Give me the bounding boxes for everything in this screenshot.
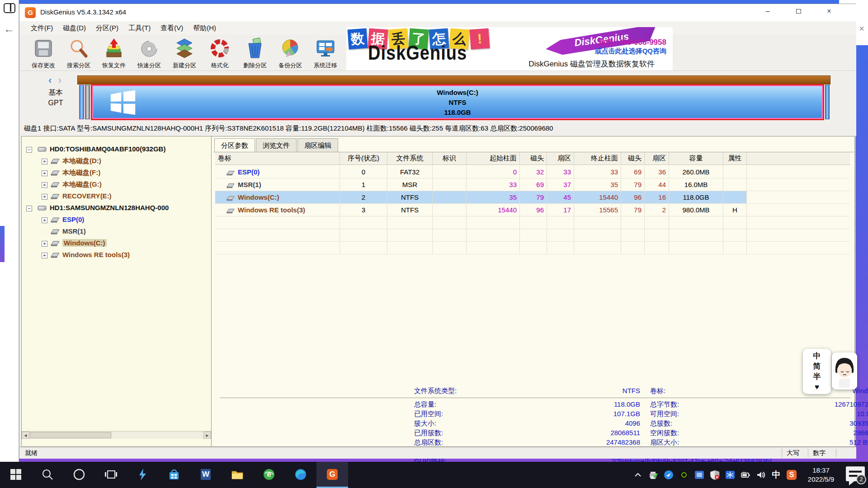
- ime-lang-icon[interactable]: 中: [769, 462, 784, 488]
- toolbar-button-save[interactable]: 保存更改: [26, 35, 61, 70]
- column-header[interactable]: 属性: [723, 152, 747, 165]
- table-row-windows-re-tools-3-[interactable]: Windows RE tools(3)3NTFS1544096171556579…: [215, 204, 854, 216]
- toolbar-button-quick[interactable]: 快速分区: [132, 35, 167, 70]
- notification-center-button[interactable]: 2: [843, 462, 868, 488]
- mail-bird-icon[interactable]: [661, 462, 676, 488]
- column-header[interactable]: 容量: [669, 152, 723, 165]
- partition-sliver-msr[interactable]: [85, 85, 90, 119]
- taskbar-clock[interactable]: 18:37 2022/5/9: [799, 466, 843, 484]
- tree-item-esp-0-[interactable]: +ESP(0): [22, 214, 212, 226]
- volume-icon[interactable]: [753, 462, 769, 488]
- menu-item-6[interactable]: 帮助(H): [188, 22, 221, 34]
- menu-item-5[interactable]: 查看(V): [156, 22, 188, 34]
- tree-item--d-[interactable]: +本地磁盘(D:): [22, 155, 212, 167]
- collapse-icon[interactable]: −: [26, 147, 32, 153]
- column-header[interactable]: 终止柱面: [574, 152, 621, 165]
- ad-banner[interactable]: 数据丢了怎么! DiskGenius DiskGenius 致电: 400-00…: [346, 27, 673, 70]
- toolbar-button-delete[interactable]: 删除分区: [237, 35, 273, 70]
- pinned-explorer[interactable]: [222, 462, 253, 488]
- partition-sliver-esp[interactable]: [79, 85, 84, 119]
- toolbar-button-format[interactable]: 格式化: [202, 35, 237, 70]
- scroll-left-icon[interactable]: ◄: [22, 432, 29, 439]
- tree-item-hd0-toshibamq04abf100-932gb-[interactable]: −HD0:TOSHIBAMQ04ABF100(932GB): [22, 144, 212, 155]
- column-header[interactable]: 磁头: [621, 152, 645, 165]
- expand-icon[interactable]: +: [42, 241, 47, 247]
- column-header[interactable]: 起始柱面: [467, 152, 520, 165]
- task-view-button[interactable]: [95, 462, 127, 488]
- disk-nav-arrows[interactable]: ‹ ›: [48, 75, 61, 86]
- pinned-diskgenius[interactable]: G: [316, 462, 348, 488]
- toolbar-button-recover[interactable]: 恢复文件: [96, 35, 132, 70]
- prev-disk-arrow-icon[interactable]: ‹: [48, 75, 52, 86]
- toolbar-button-newpart[interactable]: 新建分区: [167, 35, 202, 70]
- tree-item-windows-c-[interactable]: +Windows(C:): [22, 238, 212, 249]
- tree-horizontal-scrollbar[interactable]: ◄ ►: [22, 431, 211, 439]
- snowflake-icon[interactable]: [722, 462, 738, 488]
- tree-item-msr-1-[interactable]: MSR(1): [22, 226, 212, 238]
- sogou-icon[interactable]: S: [784, 462, 799, 488]
- search-button[interactable]: [32, 462, 63, 488]
- tree-item-windows-re-tools-3-[interactable]: +Windows RE tools(3): [22, 249, 212, 261]
- column-header[interactable]: 扇区: [547, 152, 574, 165]
- column-header[interactable]: 磁头: [520, 152, 547, 165]
- maximize-button[interactable]: [788, 4, 809, 19]
- expand-icon[interactable]: +: [42, 253, 47, 258]
- disk-header-strip[interactable]: [77, 75, 830, 84]
- nvidia-icon[interactable]: [676, 462, 692, 488]
- tab-分区参数[interactable]: 分区参数: [214, 138, 255, 152]
- battery-icon[interactable]: [738, 462, 753, 488]
- partition-sliver-re[interactable]: [825, 85, 830, 119]
- collapse-icon[interactable]: −: [26, 206, 32, 211]
- pinned-store[interactable]: [158, 462, 190, 488]
- scrollbar-thumb[interactable]: [30, 432, 111, 438]
- tree-item--g-[interactable]: +本地磁盘(G:): [22, 179, 212, 191]
- tree-item--f-[interactable]: +本地磁盘(F:): [22, 167, 212, 179]
- tab-扇区编辑[interactable]: 扇区编辑: [297, 138, 338, 152]
- ime-item[interactable]: 简: [813, 361, 821, 371]
- expand-icon[interactable]: +: [42, 182, 47, 188]
- menu-item-2[interactable]: 磁盘(D): [58, 22, 91, 34]
- minimize-button[interactable]: –: [757, 4, 778, 19]
- ime-item[interactable]: 半: [813, 372, 821, 382]
- expand-icon[interactable]: +: [42, 170, 47, 176]
- column-header[interactable]: 序号(状态): [340, 152, 387, 165]
- ad-qq-link[interactable]: 或点击此处选择QQ咨询: [595, 47, 666, 56]
- column-header[interactable]: 文件系统: [387, 152, 433, 165]
- tree-item-recovery-e-[interactable]: +RECOVERY(E:): [22, 191, 212, 202]
- menu-item-3[interactable]: 分区(P): [91, 22, 123, 34]
- tab-浏览文件[interactable]: 浏览文件: [256, 138, 297, 152]
- partition-block-windows-c[interactable]: Windows(C:) NTFS 118.0GB: [91, 84, 824, 120]
- menu-item-1[interactable]: 文件(F): [26, 22, 58, 34]
- ime-item[interactable]: 中: [813, 351, 821, 361]
- ime-status-panel[interactable]: 中简半♥: [803, 349, 831, 394]
- cortana-button[interactable]: [63, 462, 95, 488]
- ime-item[interactable]: ♥: [815, 382, 819, 392]
- toolbar-button-migrate[interactable]: 系统迁移: [308, 35, 343, 70]
- table-row-windows-c-[interactable]: Windows(C:)2NTFS357945154409616118.0GB: [215, 191, 854, 204]
- table-row-msr-1-[interactable]: MSR(1)1MSR33693735794416.0MB: [215, 178, 854, 191]
- expand-icon[interactable]: +: [42, 159, 47, 164]
- tray-expand-icon[interactable]: [630, 462, 646, 488]
- start-button[interactable]: [0, 462, 32, 488]
- pinned-word[interactable]: W: [190, 462, 222, 488]
- printer-icon[interactable]: [646, 462, 661, 488]
- tree-item-hd1-samsungmznln128hahq-000[interactable]: −HD1:SAMSUNGMZNLN128HAHQ-000: [22, 202, 212, 214]
- column-header[interactable]: 卷标: [215, 152, 340, 165]
- pinned-edge[interactable]: [285, 462, 316, 488]
- ime-avatar[interactable]: [832, 352, 857, 389]
- scroll-right-icon[interactable]: ►: [203, 432, 211, 439]
- toolbar-button-search[interactable]: 搜索分区: [61, 35, 96, 70]
- column-header[interactable]: 扇区: [645, 152, 669, 165]
- toolbar-button-backup[interactable]: 备份分区: [273, 35, 308, 70]
- pinned-browser[interactable]: e: [253, 462, 285, 488]
- defender-icon[interactable]: [707, 462, 722, 488]
- table-row-esp-0-[interactable]: ESP(0)0FAT3203233336936260.0MB: [215, 166, 854, 178]
- expand-icon[interactable]: +: [42, 217, 47, 223]
- close-icon[interactable]: ×: [859, 23, 864, 34]
- menu-item-4[interactable]: 工具(T): [123, 22, 156, 34]
- intel-graphics-icon[interactable]: [692, 462, 707, 488]
- back-arrow-icon[interactable]: ←: [4, 23, 14, 35]
- pinned-thunder[interactable]: [127, 462, 158, 488]
- column-header[interactable]: 标识: [433, 152, 467, 165]
- next-disk-arrow-icon[interactable]: ›: [58, 75, 61, 86]
